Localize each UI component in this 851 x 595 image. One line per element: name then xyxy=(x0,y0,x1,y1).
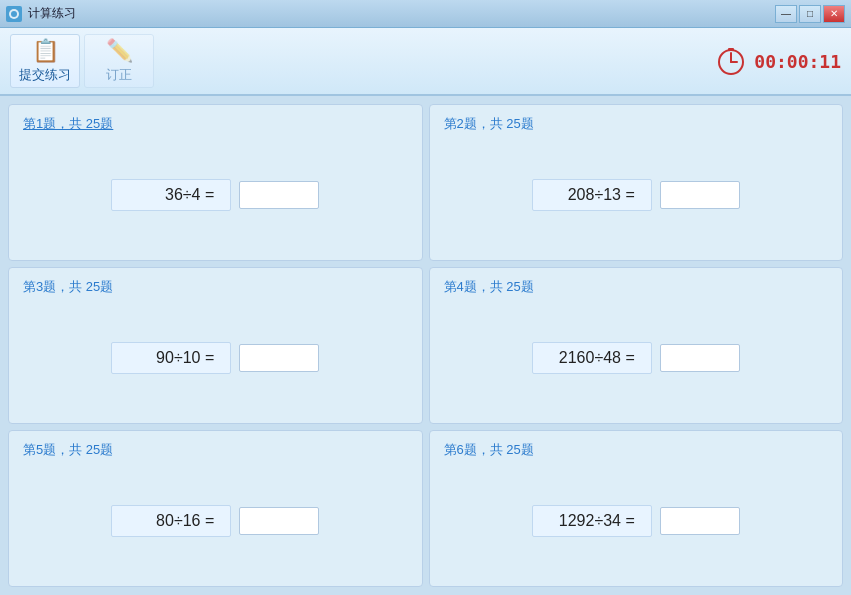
toolbar: 📋 提交练习 ✏️ 订正 00:00:11 xyxy=(0,28,851,96)
question-card-3: 第3题，共 25题90÷10 = xyxy=(8,267,423,424)
title-bar: 计算练习 — □ ✕ xyxy=(0,0,851,28)
title-bar-left: 计算练习 xyxy=(6,5,76,22)
equation-1: 36÷4 = xyxy=(111,179,231,211)
question-card-2: 第2题，共 25题208÷13 = xyxy=(429,104,844,261)
answer-input-3[interactable] xyxy=(239,344,319,372)
question-row-4: 2160÷48 = xyxy=(444,306,829,409)
answer-input-2[interactable] xyxy=(660,181,740,209)
answer-input-5[interactable] xyxy=(239,507,319,535)
app-icon xyxy=(6,6,22,22)
timer-area: 00:00:11 xyxy=(716,46,841,76)
minimize-button[interactable]: — xyxy=(775,5,797,23)
question-card-1: 第1题，共 25题36÷4 = xyxy=(8,104,423,261)
question-title-2: 第2题，共 25题 xyxy=(444,115,829,133)
question-row-5: 80÷16 = xyxy=(23,469,408,572)
question-row-6: 1292÷34 = xyxy=(444,469,829,572)
submit-button[interactable]: 📋 提交练习 xyxy=(10,34,80,88)
question-title-1: 第1题，共 25题 xyxy=(23,115,408,133)
correct-icon: ✏️ xyxy=(106,38,133,64)
question-card-6: 第6题，共 25题1292÷34 = xyxy=(429,430,844,587)
maximize-button[interactable]: □ xyxy=(799,5,821,23)
answer-input-4[interactable] xyxy=(660,344,740,372)
questions-grid: 第1题，共 25题36÷4 =第2题，共 25题208÷13 =第3题，共 25… xyxy=(0,96,851,595)
svg-rect-5 xyxy=(728,48,734,51)
question-row-2: 208÷13 = xyxy=(444,143,829,246)
answer-input-1[interactable] xyxy=(239,181,319,209)
correct-label: 订正 xyxy=(106,66,132,84)
correct-button[interactable]: ✏️ 订正 xyxy=(84,34,154,88)
equation-4: 2160÷48 = xyxy=(532,342,652,374)
title-controls: — □ ✕ xyxy=(775,5,845,23)
timer-display: 00:00:11 xyxy=(754,51,841,72)
window-title: 计算练习 xyxy=(28,5,76,22)
question-card-5: 第5题，共 25题80÷16 = xyxy=(8,430,423,587)
question-card-4: 第4题，共 25题2160÷48 = xyxy=(429,267,844,424)
timer-icon xyxy=(716,46,746,76)
question-title-5: 第5题，共 25题 xyxy=(23,441,408,459)
question-title-4: 第4题，共 25题 xyxy=(444,278,829,296)
close-button[interactable]: ✕ xyxy=(823,5,845,23)
submit-label: 提交练习 xyxy=(19,66,71,84)
answer-input-6[interactable] xyxy=(660,507,740,535)
question-title-6: 第6题，共 25题 xyxy=(444,441,829,459)
question-title-3: 第3题，共 25题 xyxy=(23,278,408,296)
equation-5: 80÷16 = xyxy=(111,505,231,537)
submit-icon: 📋 xyxy=(32,38,59,64)
question-row-1: 36÷4 = xyxy=(23,143,408,246)
equation-6: 1292÷34 = xyxy=(532,505,652,537)
equation-2: 208÷13 = xyxy=(532,179,652,211)
question-row-3: 90÷10 = xyxy=(23,306,408,409)
equation-3: 90÷10 = xyxy=(111,342,231,374)
svg-point-1 xyxy=(11,11,17,17)
